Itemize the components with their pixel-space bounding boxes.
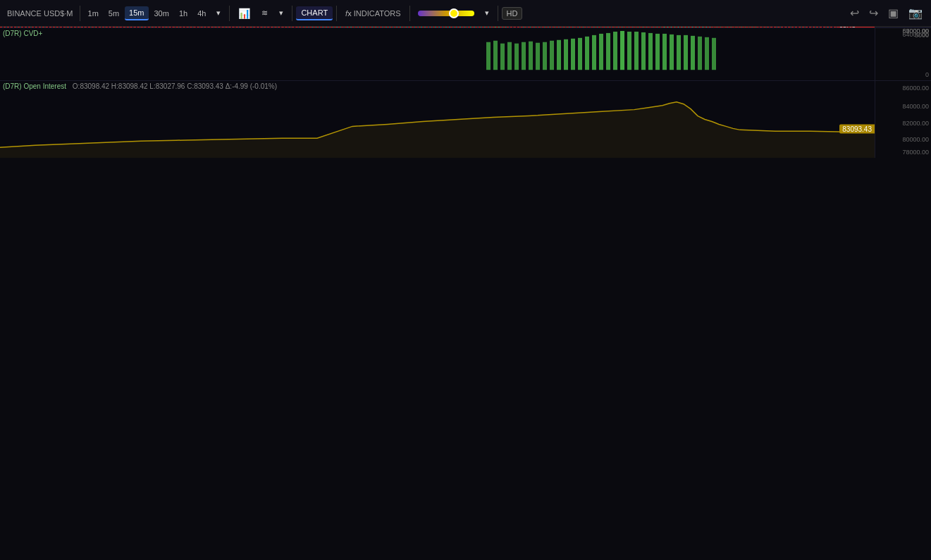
oi-86000: 86000.00 xyxy=(902,85,929,92)
svg-rect-512 xyxy=(507,42,512,70)
svg-rect-541 xyxy=(712,38,716,70)
oi-info: (D7R) Open Interest O:83098.42 H:83098.4… xyxy=(3,82,277,90)
svg-rect-523 xyxy=(585,37,589,70)
svg-rect-515 xyxy=(529,42,533,70)
oi-80000: 80000.00 xyxy=(902,136,929,143)
tf-15m[interactable]: 15m xyxy=(125,6,148,20)
chart-with-scale: Main O:63354.90 H:63362.40 L:63267.50 C:… xyxy=(0,27,931,158)
color-slider[interactable] xyxy=(418,11,474,16)
svg-rect-533 xyxy=(655,34,660,70)
svg-rect-536 xyxy=(677,35,681,70)
undo-btn[interactable]: ↩ xyxy=(846,4,863,22)
indicators-btn[interactable]: fx INDICATORS xyxy=(340,7,405,20)
separator4 xyxy=(336,6,337,21)
layout-btn[interactable]: ▣ xyxy=(884,4,903,22)
svg-rect-520 xyxy=(564,39,568,70)
tf-30m[interactable]: 30m xyxy=(150,7,173,20)
separator3 xyxy=(292,6,292,21)
oi-current-label: 83093.43 xyxy=(839,124,875,133)
svg-rect-514 xyxy=(522,42,526,70)
svg-rect-531 xyxy=(641,32,646,70)
redo-btn[interactable]: ↪ xyxy=(865,4,882,22)
current-price-sub: 05:48 xyxy=(839,27,872,27)
current-price-label: 63295.00 05:48 xyxy=(837,27,875,27)
oi-82000: 82000.00 xyxy=(902,120,929,127)
oi-panel[interactable]: (D7R) Open Interest O:83098.42 H:83098.4… xyxy=(0,80,875,158)
symbol-label: BINANCE USD$·M xyxy=(4,9,76,18)
current-price-line xyxy=(0,27,875,27)
slider-thumb[interactable] xyxy=(449,8,459,18)
tf-1h[interactable]: 1h xyxy=(175,7,192,20)
separator6 xyxy=(498,6,498,21)
cvd-panel[interactable]: (D7R) CVD+ xyxy=(0,27,875,80)
svg-rect-527 xyxy=(613,32,617,70)
draw-tools[interactable]: ▾ xyxy=(274,6,288,20)
chart-type-more[interactable]: ≋ xyxy=(257,6,273,20)
svg-rect-519 xyxy=(557,40,561,70)
cvd-svg xyxy=(0,28,875,80)
separator xyxy=(80,6,80,21)
oi-values: O:83098.42 H:83098.42 L:83027.96 C:83093… xyxy=(73,82,277,90)
svg-rect-521 xyxy=(571,39,575,70)
scale-col: 64000.00 63000.00 62000.00 61000.00 6000… xyxy=(875,27,931,158)
cvd-scale-low: 0 xyxy=(925,71,929,78)
svg-rect-511 xyxy=(500,44,505,70)
svg-rect-532 xyxy=(648,33,653,70)
oi-84000: 84000.00 xyxy=(902,103,929,110)
svg-rect-537 xyxy=(684,35,688,70)
svg-rect-509 xyxy=(486,42,491,70)
oi-scale: 86000.00 84000.00 82000.00 80000.00 7800… xyxy=(875,80,931,158)
svg-rect-530 xyxy=(634,32,639,70)
svg-rect-518 xyxy=(550,41,554,70)
svg-rect-529 xyxy=(627,32,631,70)
chart-btn[interactable]: CHART xyxy=(296,6,333,20)
cvd-scale: 5000 0 xyxy=(875,27,931,80)
svg-rect-538 xyxy=(691,36,695,70)
separator5 xyxy=(409,6,410,21)
svg-rect-528 xyxy=(620,31,624,70)
tf-4h[interactable]: 4h xyxy=(193,7,210,20)
svg-rect-516 xyxy=(536,43,540,70)
screenshot-btn[interactable]: 📷 xyxy=(904,4,927,22)
cvd-scale-high: 5000 xyxy=(915,32,929,39)
cvd-label: (D7R) CVD+ xyxy=(3,30,42,37)
hd-btn[interactable]: HD xyxy=(502,7,523,20)
tf-5m[interactable]: 5m xyxy=(104,7,123,20)
main-chart-panel[interactable]: Main O:63354.90 H:63362.40 L:63267.50 C:… xyxy=(0,27,875,27)
candlestick-btn[interactable]: 📊 xyxy=(233,6,255,21)
toolbar: BINANCE USD$·M 1m 5m 15m 30m 1h 4h ▾ 📊 ≋… xyxy=(0,0,931,27)
svg-rect-534 xyxy=(662,34,667,70)
svg-rect-525 xyxy=(599,34,603,70)
slider-more[interactable]: ▾ xyxy=(480,6,494,20)
color-slider-container xyxy=(418,11,474,16)
svg-rect-539 xyxy=(698,37,702,70)
svg-rect-540 xyxy=(705,37,709,70)
svg-rect-517 xyxy=(543,42,547,70)
oi-svg xyxy=(0,81,875,158)
svg-rect-524 xyxy=(592,35,596,70)
svg-rect-513 xyxy=(514,44,519,70)
tf-more[interactable]: ▾ xyxy=(211,6,226,20)
svg-rect-522 xyxy=(578,38,582,70)
oi-label: (D7R) Open Interest xyxy=(3,82,66,90)
svg-rect-526 xyxy=(606,33,610,70)
tf-1m[interactable]: 1m xyxy=(84,7,103,20)
svg-rect-508 xyxy=(0,28,875,80)
svg-rect-535 xyxy=(670,35,674,70)
panels-col: Main O:63354.90 H:63362.40 L:63267.50 C:… xyxy=(0,27,875,158)
svg-rect-510 xyxy=(493,41,498,70)
oi-78000: 78000.00 xyxy=(902,149,929,156)
separator2 xyxy=(229,6,230,21)
